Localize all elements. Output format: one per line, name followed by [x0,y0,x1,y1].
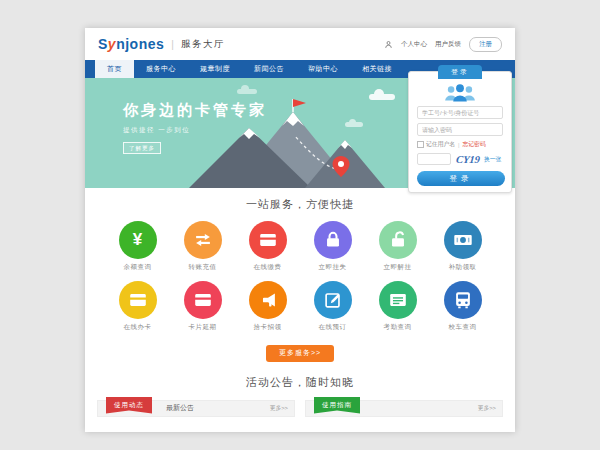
captcha-input[interactable] [417,153,451,165]
service-item-7[interactable]: 卡片延期 [170,281,235,332]
service-label: 在线预订 [300,323,365,332]
announce-panel-1: 使用指南更多>> [305,400,503,417]
edit-icon [314,281,352,319]
service-label: 余额查询 [105,263,170,272]
service-label: 在线办卡 [105,323,170,332]
hero-title: 你身边的卡管专家 [123,101,267,120]
card-icon [249,221,287,259]
logo-text: Synjones [98,36,164,52]
service-item-2[interactable]: 在线缴费 [235,221,300,272]
megaphone-icon [249,281,287,319]
hero-text: 你身边的卡管专家 提供捷径 一步到位 了解更多 [123,101,267,154]
remember-checkbox[interactable] [417,141,424,148]
card-icon [119,281,157,319]
bus-icon [444,281,482,319]
nav-item-0[interactable]: 首页 [95,60,134,78]
captcha-row: CY19 换一张 [417,153,503,165]
username-input[interactable] [417,106,503,119]
panel-more-link[interactable]: 更多>> [270,404,288,413]
login-panel: 登录 记住用户名 | 忘记密码 CY19 换一张 登 [408,71,512,193]
banknote-icon [444,221,482,259]
nav-item-5[interactable]: 相关链接 [350,60,404,78]
service-label: 考勤查询 [365,323,430,332]
service-item-11[interactable]: 校车查询 [430,281,495,332]
separator: | [458,142,460,148]
more-services-button[interactable]: 更多服务>> [266,345,334,362]
service-item-4[interactable]: 立即解挂 [365,221,430,272]
card-icon [184,281,222,319]
services-section: 一站服务，方便快捷 ¥余额查询转账充值在线缴费立即挂失立即解挂补助领取在线办卡卡… [85,188,515,362]
nav-item-2[interactable]: 规章制度 [188,60,242,78]
panel-header-bar: 使用动态最新公告更多>> [97,400,295,417]
cloud [237,89,257,94]
page: Synjones | 服务大厅 个人中心 用户反馈 注册 首页服务中心规章制度新… [85,28,515,432]
header-right: 个人中心 用户反馈 注册 [384,37,502,52]
service-item-5[interactable]: 补助领取 [430,221,495,272]
service-item-10[interactable]: 考勤查询 [365,281,430,332]
panel-tab[interactable]: 最新公告 [166,403,194,413]
transfer-icon [184,221,222,259]
service-label: 校车查询 [430,323,495,332]
remember-label: 记住用户名 [426,140,455,149]
services-title: 一站服务，方便快捷 [85,197,515,212]
service-label: 补助领取 [430,263,495,272]
screen: Synjones | 服务大厅 个人中心 用户反馈 注册 首页服务中心规章制度新… [0,0,600,450]
announce-panel-0: 使用动态最新公告更多>> [97,400,295,417]
service-label: 拾卡招领 [235,323,300,332]
logo[interactable]: Synjones | 服务大厅 [98,36,225,52]
logo-accent: y [108,36,116,52]
logo-divider: | [171,39,174,50]
yuan-icon: ¥ [119,221,157,259]
announcements-title: 活动公告，随时知晓 [85,375,515,390]
login-tab[interactable]: 登录 [438,65,482,79]
captcha-refresh-link[interactable]: 换一张 [484,155,501,164]
panel-ribbon-tab[interactable]: 使用指南 [314,397,360,414]
services-grid: ¥余额查询转账充值在线缴费立即挂失立即解挂补助领取在线办卡卡片延期拾卡招领在线预… [85,212,515,332]
person-icon [384,40,393,49]
remember-row: 记住用户名 | 忘记密码 [417,140,503,149]
login-submit-button[interactable]: 登录 [417,171,505,186]
nav-item-4[interactable]: 帮助中心 [296,60,350,78]
forgot-password-link[interactable]: 忘记密码 [463,140,486,149]
service-label: 立即挂失 [300,263,365,272]
nav-item-3[interactable]: 新闻公告 [242,60,296,78]
service-item-9[interactable]: 在线预订 [300,281,365,332]
users-icon [443,83,477,102]
service-label: 在线缴费 [235,263,300,272]
panel-more-link[interactable]: 更多>> [478,404,496,413]
nav-item-1[interactable]: 服务中心 [134,60,188,78]
service-label: 转账充值 [170,263,235,272]
hero-subtitle: 提供捷径 一步到位 [123,126,267,135]
service-item-6[interactable]: 在线办卡 [105,281,170,332]
list-icon [379,281,417,319]
announcements-section: 活动公告，随时知晓 使用动态最新公告更多>>使用指南更多>> [85,375,515,417]
service-label: 立即解挂 [365,263,430,272]
announce-panels: 使用动态最新公告更多>>使用指南更多>> [85,400,515,417]
lock-icon [314,221,352,259]
password-input[interactable] [417,123,503,136]
more-services-wrap: 更多服务>> [85,341,515,362]
service-item-8[interactable]: 拾卡招领 [235,281,300,332]
captcha-image[interactable]: CY19 [455,154,480,165]
panel-header-bar: 使用指南更多>> [305,400,503,417]
hero-cta-button[interactable]: 了解更多 [123,142,161,154]
unlock-icon [379,221,417,259]
site-title: 服务大厅 [181,38,225,51]
personal-center-link[interactable]: 个人中心 [401,40,427,49]
service-item-1[interactable]: 转账充值 [170,221,235,272]
service-item-0[interactable]: ¥余额查询 [105,221,170,272]
user-feedback-link[interactable]: 用户反馈 [435,40,461,49]
header: Synjones | 服务大厅 个人中心 用户反馈 注册 [85,28,515,60]
panel-ribbon-tab[interactable]: 使用动态 [106,397,152,414]
register-button[interactable]: 注册 [469,37,502,52]
service-item-3[interactable]: 立即挂失 [300,221,365,272]
service-label: 卡片延期 [170,323,235,332]
